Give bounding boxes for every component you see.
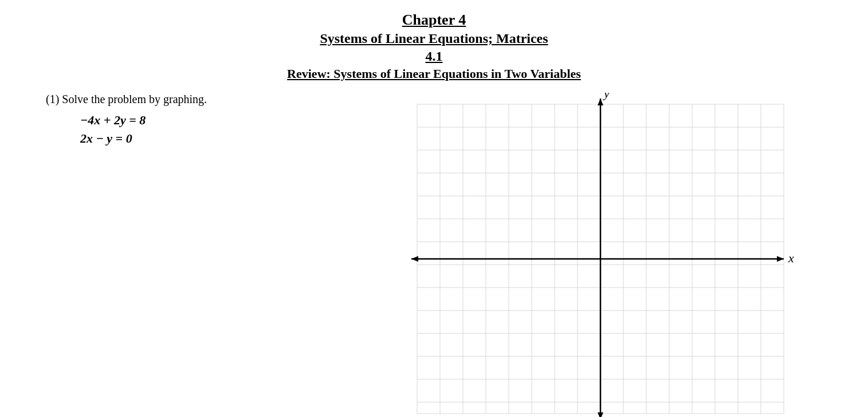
section-number: 4.1 xyxy=(34,49,834,64)
equation-1: −4x + 2y = 8 xyxy=(80,113,367,128)
svg-marker-33 xyxy=(411,256,418,262)
problem-instruction: (1) Solve the problem by graphing. xyxy=(46,93,367,106)
svg-marker-36 xyxy=(598,99,603,105)
right-content: x y xyxy=(367,93,834,417)
section-title: Review: Systems of Linear Equations in T… xyxy=(34,66,834,81)
equation-2: 2x − y = 0 xyxy=(80,131,367,146)
svg-marker-37 xyxy=(598,412,603,417)
coordinate-graph: x y xyxy=(406,93,795,417)
chapter-title: Chapter 4 xyxy=(34,11,834,29)
svg-marker-34 xyxy=(777,256,784,262)
section-subtitle: Systems of Linear Equations; Matrices xyxy=(34,31,834,46)
problem-number: (1) xyxy=(46,93,59,105)
y-axis xyxy=(598,99,603,417)
page-header: Chapter 4 Systems of Linear Equations; M… xyxy=(34,11,834,81)
content-area: (1) Solve the problem by graphing. −4x +… xyxy=(34,93,834,417)
x-axis-label: x xyxy=(788,251,794,265)
y-axis-label: y xyxy=(603,93,610,100)
left-content: (1) Solve the problem by graphing. −4x +… xyxy=(34,93,367,150)
problem-text: Solve the problem by graphing. xyxy=(62,93,207,105)
x-axis xyxy=(411,256,784,262)
graph-container: x y xyxy=(406,93,795,417)
